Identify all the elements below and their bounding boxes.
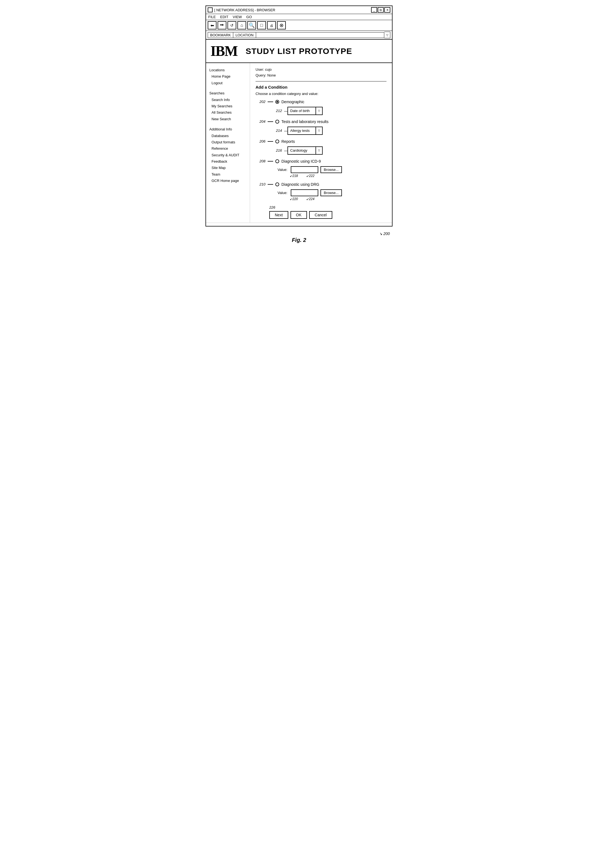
app-header: IBM STUDY LIST PROTOTYPE — [206, 40, 392, 63]
query-label: Query: — [256, 73, 266, 77]
next-button[interactable]: Next — [269, 211, 288, 219]
radio-icd9[interactable] — [275, 159, 279, 163]
browser-titlebar: [ NETWORK ADDRESS] - BROWSER _ ⧉ ✕ — [206, 6, 392, 14]
cancel-button[interactable]: Cancel — [309, 211, 332, 219]
radio-demographic[interactable] — [275, 100, 279, 104]
buttons-ref: 226 — [269, 205, 386, 210]
sidebar-link-sitemap[interactable]: Site Map — [209, 165, 247, 171]
dropdown-dateofbirth-text: Date of birth — [288, 108, 315, 114]
dropdown-allergytests-arrow[interactable]: ▽ — [315, 127, 322, 134]
label-drg: Diagnostic using DRG — [281, 182, 319, 187]
browse-button-drg[interactable]: Browse... — [320, 189, 342, 196]
radio-drg[interactable] — [275, 183, 279, 186]
ref-216: 216 — [272, 148, 282, 153]
page-wrapper: [ NETWORK ADDRESS] - BROWSER _ ⧉ ✕ FILE … — [205, 6, 393, 243]
browser-menubar: FILE EDIT VIEW GO — [206, 14, 392, 20]
line-208 — [268, 161, 273, 162]
sidebar-link-team[interactable]: Team — [209, 171, 247, 178]
back-button[interactable]: ⬅ — [208, 21, 217, 30]
maximize-button[interactable]: ⧉ — [378, 7, 384, 13]
dropdown-cardiology-arrow[interactable]: ▽ — [315, 147, 322, 154]
ref-212: 212 — [272, 109, 282, 113]
home-button[interactable]: ⌂ — [238, 21, 246, 30]
dropdown-dateofbirth-arrow[interactable]: ▽ — [315, 107, 322, 114]
ref-220-label: ↙220 — [290, 197, 298, 201]
app-title: STUDY LIST PROTOTYPE — [246, 46, 352, 56]
minimize-button[interactable]: _ — [371, 7, 377, 13]
label-tests: Tests and laboratory results — [281, 120, 329, 124]
radio-row-demographic: 202 Demographic — [256, 100, 386, 104]
sidebar-link-gcrhome[interactable]: GCR Home page — [209, 178, 247, 184]
sidebar-section-searches: Searches Search Info My Searches All Sea… — [209, 90, 247, 122]
menu-file[interactable]: FILE — [208, 15, 216, 19]
line-212: — — [284, 109, 285, 113]
sidebar-link-outputformats[interactable]: Output formats — [209, 139, 247, 145]
location-input[interactable] — [256, 32, 384, 38]
sidebar-link-databases[interactable]: Databases — [209, 133, 247, 139]
label-icd9: Diagnostic using ICD-9 — [281, 159, 321, 163]
browser-window: [ NETWORK ADDRESS] - BROWSER _ ⧉ ✕ FILE … — [205, 6, 393, 226]
ref-206: 206 — [256, 139, 265, 144]
line-210 — [268, 184, 273, 185]
radio-row-icd9: 208 Diagnostic using ICD-9 — [256, 159, 386, 163]
bookmark-button[interactable]: BOOKMARK — [208, 32, 233, 38]
value-input-icd9[interactable] — [291, 166, 318, 173]
sidebar-link-logout[interactable]: Logout — [209, 80, 247, 86]
sidebar-section-additional: Additional Info Databases Output formats… — [209, 126, 247, 184]
value-input-drg[interactable] — [291, 189, 318, 196]
dropdown-cardiology-text: Cardiology — [288, 148, 315, 153]
stop-button[interactable]: ⊗ — [277, 21, 286, 30]
ok-button[interactable]: OK — [290, 211, 307, 219]
dropdown-allergytests-text: Allergy tests — [288, 128, 315, 133]
line-216: — — [284, 148, 285, 153]
sidebar-link-reference[interactable]: Reference — [209, 145, 247, 152]
query-value: None — [268, 73, 276, 77]
sidebar-link-homepage[interactable]: Home Page — [209, 73, 247, 79]
value-label-drg: Value: — [278, 191, 287, 195]
radio-tests[interactable] — [275, 120, 279, 124]
condition-demographic: 202 Demographic 212 — Date of birth ▽ — [256, 100, 386, 115]
sidebar-header-locations: Locations — [209, 67, 247, 73]
ref-218-label: ↙218 — [290, 174, 298, 178]
ref-210: 210 — [256, 182, 265, 186]
search-button[interactable]: 🔍 — [247, 21, 256, 30]
sidebar-link-security[interactable]: Security & AUDIT — [209, 152, 247, 158]
dropdown-allergytests: Allergy tests ▽ — [287, 127, 323, 135]
radio-row-drg: 210 Diagnostic using DRG — [256, 182, 386, 187]
value-inputs-icd9: Value: Browse... — [278, 166, 386, 173]
sidebar-link-newsearch[interactable]: New Search — [209, 116, 247, 122]
forward-button[interactable]: ⮕ — [218, 21, 226, 30]
location-dropdown-arrow[interactable]: ▽ — [384, 31, 390, 38]
menu-edit[interactable]: EDIT — [220, 15, 228, 19]
sidebar-section-locations: Locations Home Page Logout — [209, 67, 247, 86]
user-label: User: — [256, 67, 264, 72]
figure-ref-number: ↘ 200 — [205, 232, 393, 236]
add-condition-title: Add a Condition — [256, 85, 386, 90]
sub-option-allergytests: 214 — Allergy tests ▽ — [272, 127, 386, 135]
value-inputs-drg: Value: Browse... — [278, 189, 386, 196]
ref-224-label: ↙224 — [306, 197, 314, 201]
browse-button-icd9[interactable]: Browse... — [320, 166, 342, 173]
ref-214: 214 — [272, 129, 282, 133]
line-204 — [268, 121, 273, 122]
location-label: LOCATION — [233, 32, 256, 38]
sidebar-link-allsearches[interactable]: All Searches — [209, 109, 247, 115]
menu-view[interactable]: VIEW — [233, 15, 242, 19]
browser-title-text: [ NETWORK ADDRESS] - BROWSER — [214, 8, 275, 12]
browser-title-controls: _ ⧉ ✕ — [371, 7, 390, 13]
folder-button[interactable]: □ — [257, 21, 266, 30]
sidebar-link-searchinfo[interactable]: Search Info — [209, 97, 247, 103]
line-202 — [268, 102, 273, 102]
sidebar-link-feedback[interactable]: Feedback — [209, 158, 247, 165]
ref-208: 208 — [256, 159, 265, 163]
value-label-icd9: Value: — [278, 168, 287, 172]
sidebar-link-mysearches[interactable]: My Searches — [209, 103, 247, 109]
close-button[interactable]: ✕ — [384, 7, 390, 13]
radio-row-reports: 206 Reports — [256, 139, 386, 144]
print-button[interactable]: 🖨 — [267, 21, 276, 30]
menu-go[interactable]: GO — [246, 15, 252, 19]
user-value: cujo — [265, 67, 272, 72]
refresh-button[interactable]: ↺ — [227, 21, 236, 30]
action-buttons-section: 226 Next OK Cancel — [269, 205, 386, 219]
radio-reports[interactable] — [275, 139, 279, 144]
